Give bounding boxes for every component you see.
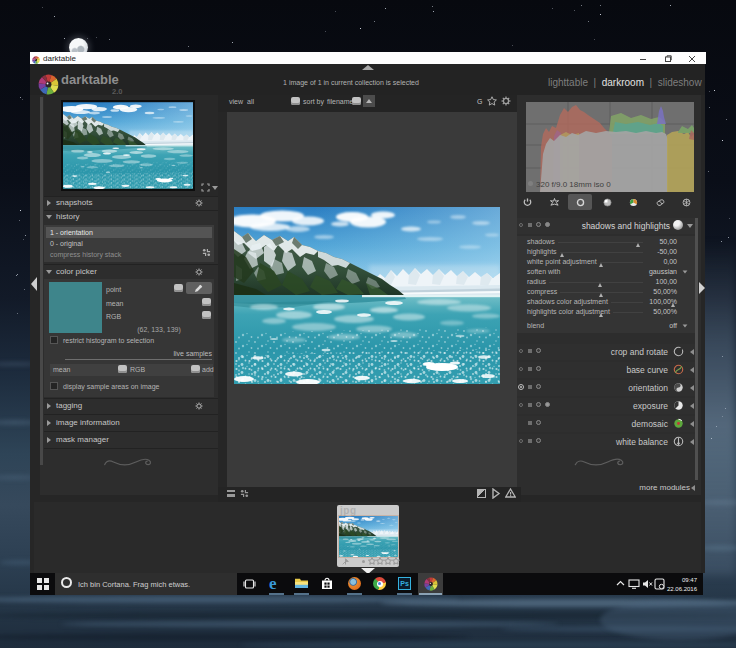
svg-text:320 f/9.0 18mm iso 0: 320 f/9.0 18mm iso 0 [536,180,611,189]
